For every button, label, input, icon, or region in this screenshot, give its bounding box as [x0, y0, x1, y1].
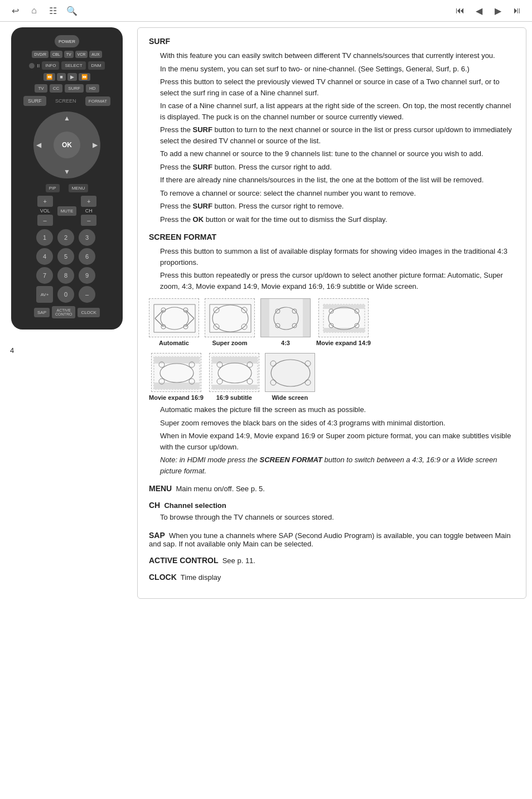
source-row: DVD/R CBL TV VCR AUX — [32, 51, 102, 58]
surf-para-8: If there are already nine channels/sourc… — [160, 175, 515, 186]
clock-term: CLOCK — [149, 573, 177, 582]
dpad-right-button[interactable]: ▶ — [93, 141, 98, 149]
ch-term: CH — [149, 501, 160, 510]
sap-body: When you tune a channels where SAP (Seco… — [149, 531, 511, 548]
dpad-down-button[interactable]: ▼ — [64, 168, 70, 176]
vol-up-button[interactable]: + — [37, 196, 53, 207]
tv-mode-button[interactable]: TV — [35, 84, 47, 93]
format-movie-14-9: Movie expand 14:9 — [316, 298, 371, 346]
surf-para-2: In the menu system, you can set surf to … — [160, 64, 515, 75]
num-2-button[interactable]: 2 — [57, 229, 74, 246]
svg-point-4 — [161, 307, 188, 330]
num-6-button[interactable]: 6 — [79, 248, 95, 265]
vcr-button[interactable]: VCR — [75, 51, 88, 58]
num-9-button[interactable]: 9 — [79, 267, 95, 284]
surf-section: SURF With this feature you can easily sw… — [149, 37, 515, 225]
ch-label: CH — [85, 208, 93, 214]
page-number: 4 — [6, 346, 128, 355]
svg-point-24 — [329, 309, 333, 313]
num-3-button[interactable]: 3 — [79, 229, 95, 246]
mute-button[interactable]: MUTE — [57, 206, 77, 216]
hd-button[interactable]: HD — [86, 84, 99, 93]
wide-screen-diagram — [265, 353, 315, 392]
back-arrow-icon[interactable]: ↩ — [9, 4, 21, 17]
fast-forward-icon[interactable]: ▶ — [492, 4, 504, 17]
power-button[interactable]: POWER — [55, 35, 79, 47]
clock-def: CLOCK Time display — [149, 573, 515, 582]
surf-para-5: Press the SURF button to turn to the nex… — [160, 124, 515, 146]
ch-group: + CH – — [81, 196, 96, 226]
num-5-button[interactable]: 5 — [57, 248, 74, 265]
screen-format-movie-desc: When in Movie expand 14:9, Movie expand … — [160, 430, 515, 452]
sixteen-nine-sub-diagram — [209, 353, 259, 392]
dot-indicator — [29, 63, 35, 69]
ok-button[interactable]: OK — [54, 132, 80, 158]
svg-rect-36 — [212, 385, 258, 389]
format-automatic: Automatic — [149, 298, 199, 346]
cc-button[interactable]: CC — [50, 84, 63, 93]
surf-mode-button[interactable]: SURF — [65, 84, 84, 93]
movie-16-9-label: Movie expand 16:9 — [149, 394, 204, 401]
tv-source-button[interactable]: TV — [64, 51, 74, 58]
svg-point-40 — [217, 379, 223, 384]
movie-16-9-diagram — [151, 353, 201, 392]
surf-title: SURF — [149, 37, 515, 46]
svg-point-9 — [212, 305, 248, 332]
sap-button[interactable]: SAP — [34, 308, 50, 317]
num-7-button[interactable]: 7 — [36, 267, 53, 284]
automatic-diagram — [149, 298, 199, 337]
ch-up-button[interactable]: + — [81, 196, 96, 207]
surf-format-row: SURF SCREEN FORMAT — [18, 96, 116, 106]
svg-point-41 — [247, 379, 253, 384]
svg-point-26 — [329, 323, 333, 328]
screen-format-body: Press this button to summon a list of av… — [160, 246, 515, 292]
search-icon[interactable]: 🔍 — [66, 4, 78, 17]
stop-button[interactable]: ■ — [57, 73, 65, 81]
num-8-button[interactable]: 8 — [57, 267, 74, 284]
dvd-button[interactable]: DVD/R — [32, 51, 49, 58]
num-1-button[interactable]: 1 — [36, 229, 53, 246]
svg-point-27 — [355, 323, 359, 328]
clock-button[interactable]: CLOCK — [78, 308, 100, 317]
dpad-left-button[interactable]: ◀ — [36, 141, 41, 149]
surf-para-10: Press the SURF button. Press the cursor … — [160, 201, 515, 212]
ffwd-button[interactable]: ⏩ — [79, 73, 90, 81]
pip-button[interactable]: PIP — [46, 184, 60, 192]
ch-def: CH Channel selection To browse through t… — [149, 501, 515, 523]
rewind-icon[interactable]: ◀ — [473, 4, 485, 17]
aux-button[interactable]: AUX — [89, 51, 101, 58]
num-4-button[interactable]: 4 — [36, 248, 53, 265]
dash-button[interactable]: – — [79, 286, 95, 303]
home-icon[interactable]: ⌂ — [28, 4, 40, 17]
cbl-button[interactable]: CBL — [50, 51, 62, 58]
vol-down-button[interactable]: – — [37, 215, 53, 226]
rew-button[interactable]: ⏪ — [43, 73, 55, 81]
skip-forward-icon[interactable]: ⏯ — [511, 4, 523, 17]
vol-group: + VOL – — [37, 196, 53, 226]
num-0-button[interactable]: 0 — [57, 286, 74, 303]
ch-body: To browse through the TV channels or sou… — [160, 512, 515, 523]
sixteen-nine-sub-label: 16:9 subtitle — [216, 394, 252, 401]
active-control-button[interactable]: ACTIVECONTRO — [52, 306, 75, 318]
dpad-up-button[interactable]: ▲ — [64, 114, 70, 122]
play-button[interactable]: ▶ — [67, 73, 77, 81]
format-super-zoom: Super zoom — [205, 298, 255, 346]
skip-back-icon[interactable]: ⏮ — [454, 4, 466, 17]
info-button[interactable]: INFO — [42, 61, 59, 70]
surf-body: With this feature you can easily switch … — [160, 50, 515, 225]
surf-para-3: Press this button to select the previous… — [160, 76, 515, 98]
format-button[interactable]: FORMAT — [85, 96, 110, 106]
av-plus-button[interactable]: AV+ — [36, 286, 53, 303]
select-button[interactable]: SELECT — [61, 61, 85, 70]
active-control-term: ACTIVE CONTROL — [149, 556, 218, 565]
surf-button[interactable]: SURF — [23, 96, 46, 106]
menu-button[interactable]: MENU — [69, 184, 89, 192]
document-icon[interactable]: ☷ — [47, 4, 59, 17]
ch-down-button[interactable]: – — [81, 215, 96, 226]
dnm-button[interactable]: DNM — [88, 61, 105, 70]
screen-format-section: SCREEN FORMAT Press this button to summo… — [149, 233, 515, 476]
svg-line-3 — [186, 318, 194, 327]
format-images-row-2: Movie expand 16:9 — [149, 353, 515, 401]
svg-line-1 — [155, 318, 163, 327]
surf-para-9: To remove a channel or source: select th… — [160, 188, 515, 199]
